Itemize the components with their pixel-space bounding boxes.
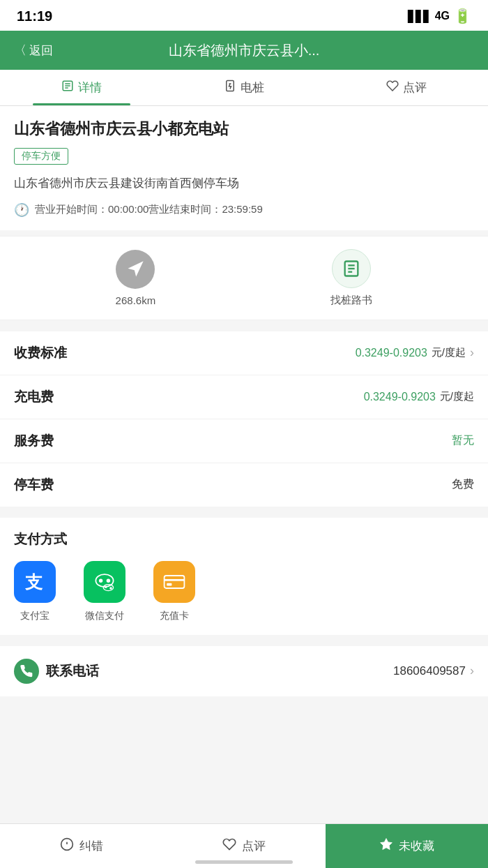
review-icon (222, 837, 236, 855)
fee-parking-value: 免费 (452, 477, 474, 492)
action-row: 268.6km 找桩路书 (0, 236, 488, 320)
contact-section[interactable]: 联系电话 18606409587 › (0, 646, 488, 696)
contact-phone: 18606409587 › (393, 664, 474, 678)
tab-review-icon (386, 80, 399, 96)
station-info-section: 山东省德州市庆云县小都充电站 停车方便 山东省德州市庆云县建设街南首西侧停车场 … (0, 106, 488, 230)
tab-detail-label: 详情 (78, 80, 102, 96)
route-book-button[interactable]: 找桩路书 (330, 249, 372, 307)
status-icons: ▋▋▋ 4G 🔋 (408, 8, 471, 24)
wechat-label: 微信支付 (85, 610, 124, 622)
tab-detail[interactable]: 详情 (0, 70, 162, 105)
wechat-icon (84, 561, 125, 603)
fee-charging-value: 0.3249-0.9203 元/度起 (364, 390, 474, 403)
clock-icon: 🕐 (14, 202, 29, 218)
separator-1 (0, 326, 488, 331)
back-label: 返回 (29, 43, 53, 59)
contact-left: 联系电话 (14, 659, 99, 684)
svg-point-15 (105, 585, 107, 588)
navigation-button[interactable]: 268.6km (116, 250, 156, 306)
collect-label: 未收藏 (399, 838, 434, 854)
collect-button[interactable]: 未收藏 (326, 824, 488, 868)
business-hours: 🕐 营业开始时间：00:00:00营业结束时间：23:59:59 (14, 202, 474, 218)
bottom-spacer (0, 702, 488, 758)
contact-label: 联系电话 (46, 662, 99, 680)
error-icon (60, 837, 74, 855)
error-report-button[interactable]: 纠错 (0, 824, 162, 868)
status-time: 11:19 (17, 8, 52, 24)
tab-charger-label: 电桩 (241, 80, 264, 96)
fee-charging-unit: 元/度起 (440, 390, 474, 403)
fee-parking-label: 停车费 (14, 476, 54, 494)
svg-text:支: 支 (24, 572, 43, 592)
phone-number: 18606409587 (393, 664, 466, 678)
payment-methods: 支 支付宝 微信支付 (14, 561, 474, 622)
back-chevron-icon: 〈 (14, 42, 26, 59)
alipay-label: 支付宝 (20, 610, 49, 622)
station-address: 山东省德州市庆云县建设街南首西侧停车场 (14, 174, 474, 193)
home-indicator (195, 860, 293, 864)
station-tag: 停车方便 (14, 148, 68, 165)
card-label: 充值卡 (160, 610, 189, 622)
svg-point-16 (109, 587, 112, 590)
route-label: 找桩路书 (330, 294, 372, 307)
alipay-icon: 支 (14, 561, 56, 603)
fee-standard-unit: 元/度起 (432, 346, 466, 359)
payment-card: 充值卡 (153, 561, 195, 622)
nav-bar: 〈 返回 山东省德州市庆云县小... (0, 31, 488, 70)
separator-2 (0, 512, 488, 518)
payment-wechat: 微信支付 (84, 561, 125, 622)
fee-service-amount: 暂无 (452, 433, 474, 448)
tab-charger[interactable]: 电桩 (162, 70, 325, 105)
hours-text: 营业开始时间：00:00:00营业结束时间：23:59:59 (35, 203, 263, 216)
error-label: 纠错 (79, 838, 103, 854)
fee-charging-row: 充电费 0.3249-0.9203 元/度起 (0, 375, 488, 419)
card-icon (153, 561, 195, 603)
nav-icon-wrap (116, 250, 155, 289)
tab-detail-icon (61, 80, 74, 96)
battery-icon: 🔋 (454, 8, 471, 24)
fee-standard-value: 0.3249-0.9203 元/度起 › (356, 345, 474, 360)
contact-chevron-icon: › (470, 664, 474, 678)
fee-parking-row: 停车费 免费 (0, 463, 488, 507)
payment-alipay: 支 支付宝 (14, 561, 56, 622)
fee-standard-label: 收费标准 (14, 344, 67, 362)
fee-charging-label: 充电费 (14, 388, 54, 406)
back-button[interactable]: 〈 返回 (14, 42, 70, 59)
review-label: 点评 (242, 838, 266, 854)
svg-rect-18 (165, 576, 185, 588)
tab-bar: 详情 电桩 点评 (0, 70, 488, 106)
signal-icon: ▋▋▋ (408, 10, 431, 23)
svg-marker-24 (380, 839, 392, 850)
svg-point-12 (99, 578, 102, 582)
fee-charging-price: 0.3249-0.9203 (364, 391, 436, 403)
status-bar: 11:19 ▋▋▋ 4G 🔋 (0, 0, 488, 31)
separator-3 (0, 641, 488, 646)
network-label: 4G (435, 10, 450, 22)
fee-standard-price: 0.3249-0.9203 (356, 347, 427, 359)
svg-rect-20 (167, 583, 171, 585)
fee-parking-amount: 免费 (452, 477, 474, 492)
fee-section: 收费标准 0.3249-0.9203 元/度起 › 充电费 0.3249-0.9… (0, 331, 488, 507)
fee-standard-chevron-icon: › (470, 345, 474, 360)
svg-marker-6 (128, 261, 144, 276)
distance-label: 268.6km (116, 294, 156, 306)
payment-section: 支付方式 支 支付宝 微信支付 (0, 518, 488, 635)
route-icon-wrap (332, 249, 371, 288)
nav-title: 山东省德州市庆云县小... (70, 41, 418, 60)
tab-charger-icon (224, 80, 236, 96)
tab-review[interactable]: 点评 (326, 70, 488, 105)
star-icon (379, 837, 393, 855)
fee-standard-row[interactable]: 收费标准 0.3249-0.9203 元/度起 › (0, 331, 488, 375)
phone-icon (14, 659, 39, 684)
svg-point-13 (107, 578, 110, 582)
fee-service-row: 服务费 暂无 (0, 419, 488, 463)
tab-review-label: 点评 (403, 80, 427, 96)
fee-service-value: 暂无 (452, 433, 474, 448)
fee-service-label: 服务费 (14, 432, 54, 450)
payment-title: 支付方式 (14, 530, 474, 548)
station-name: 山东省德州市庆云县小都充电站 (14, 119, 474, 140)
